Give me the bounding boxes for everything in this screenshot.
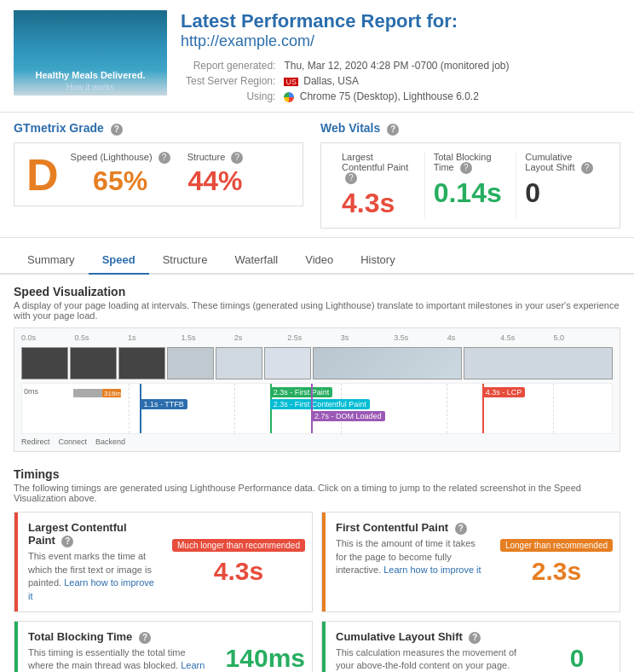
tbt-vital: Total Blocking Time ? 0.14s	[425, 152, 517, 219]
timing-fcp-left: First Contentful Paint ? This is the amo…	[322, 513, 493, 611]
server-value: US Dallas, USA	[280, 74, 512, 88]
grade-card: D Speed (Lighthouse) ? 65% Structure ? 4…	[14, 142, 303, 206]
server-label: Test Server Region:	[182, 74, 279, 88]
tab-structure[interactable]: Structure	[149, 246, 222, 275]
speed-viz-desc: A display of your page loading at interv…	[14, 300, 620, 321]
ss-4	[216, 347, 262, 379]
lcp-value: 4.3s	[342, 188, 416, 219]
flag-icon: US	[284, 78, 298, 86]
timing-cls-value-box: 0	[534, 622, 620, 672]
lcp-help-icon[interactable]: ?	[345, 172, 357, 184]
vitals-card: Largest Contentful Paint ? 4.3s Total Bl…	[320, 142, 620, 229]
tbt-help-icon[interactable]: ?	[460, 162, 472, 174]
image-overlay-text: Healthy Meals Delivered.	[14, 70, 167, 80]
timing-lcp-desc: This event marks the time at which the f…	[28, 550, 155, 603]
tab-video[interactable]: Video	[291, 246, 347, 275]
header-section: Healthy Meals Delivered. How it works La…	[0, 0, 634, 113]
timing-tbt-value-box: 140ms	[219, 622, 312, 672]
waterfall-viz: 0.0s 0.5s 1s 1.5s 2s 2.5s 3s 3.5s 4s 4.5…	[14, 327, 620, 452]
timing-card-fcp[interactable]: First Contentful Paint ? This is the amo…	[321, 512, 620, 612]
site-screenshot: Healthy Meals Delivered. How it works	[14, 10, 167, 96]
timing-card-tbt[interactable]: Total Blocking Time ? This timing is ess…	[14, 621, 313, 672]
structure-help-icon[interactable]: ?	[231, 152, 243, 164]
tab-summary[interactable]: Summary	[14, 246, 89, 275]
lcp-learn-link[interactable]: Learn how to improve it	[28, 577, 154, 600]
timing-card-cls[interactable]: Cumulative Layout Shift ? This calculati…	[321, 621, 620, 672]
cls-help-icon[interactable]: ?	[581, 162, 593, 174]
ruler-1: 1s	[128, 333, 136, 342]
fcp-timing-help[interactable]: ?	[455, 523, 467, 535]
vitals-help-icon[interactable]: ?	[387, 124, 399, 136]
ruler-45: 4.5s	[500, 333, 515, 342]
backend-phase: Backend	[95, 437, 125, 446]
ruler-15: 1.5s	[181, 333, 195, 342]
grades-spacer	[303, 121, 320, 229]
image-sub-text: How it works	[14, 83, 167, 92]
ss-1	[70, 347, 117, 379]
timing-cls-desc: This calculation measures the movement o…	[336, 646, 524, 672]
backend-bar: 316ms	[102, 389, 121, 397]
web-vitals: Web Vitals ? Largest Contentful Paint ? …	[320, 121, 620, 229]
tbt-learn-link[interactable]: Learn how to improve it	[28, 660, 205, 672]
tab-speed[interactable]: Speed	[89, 246, 149, 275]
generated-value: Thu, Mar 12, 2020 4:28 PM -0700 (monitor…	[280, 59, 512, 72]
generated-label: Report generated:	[182, 59, 279, 72]
grade-scores: Speed (Lighthouse) ? 65% Structure ? 44%	[71, 152, 244, 197]
lcp-label: Largest Contentful Paint ?	[342, 152, 416, 184]
ss-6	[313, 347, 462, 379]
cls-timing-value: 0	[570, 644, 585, 672]
backend-label: 316ms	[104, 390, 124, 397]
redirect-label: 0ms	[24, 387, 38, 396]
tbt-label: Total Blocking Time ?	[434, 152, 508, 174]
structure-label: Structure ?	[187, 152, 244, 164]
timeline-bars-area: 0ms 316ms 1.1s - TTFB 2.3s - First Paint…	[21, 383, 613, 434]
timing-card-lcp[interactable]: Largest Contentful Paint ? This event ma…	[14, 512, 313, 612]
tbt-timing-value: 140ms	[226, 644, 305, 672]
tab-waterfall[interactable]: Waterfall	[221, 246, 291, 275]
ruler-0: 0.0s	[21, 333, 36, 342]
speed-score: Speed (Lighthouse) ? 65%	[71, 152, 170, 197]
tbt-timing-help[interactable]: ?	[139, 632, 151, 644]
timing-tbt-left: Total Blocking Time ? This timing is ess…	[14, 622, 219, 672]
tbt-value: 0.14s	[434, 177, 508, 209]
gtmetrix-title: GTmetrix Grade ?	[14, 121, 303, 136]
timings-desc: The following timings are generated usin…	[14, 483, 620, 503]
timing-tbt-desc: This timing is essentially the total tim…	[28, 646, 209, 672]
timing-lcp-title: Largest Contentful Paint ?	[28, 521, 155, 547]
fcp-badge: Longer than recommended	[500, 539, 613, 552]
lcp-timing-help[interactable]: ?	[61, 536, 73, 547]
ruler-5: 5.0	[554, 333, 565, 342]
structure-value: 44%	[187, 165, 244, 197]
meta-table: Report generated: Thu, Mar 12, 2020 4:28…	[181, 57, 515, 105]
lcp-timing-value: 4.3s	[214, 557, 263, 586]
cls-value: 0	[525, 177, 599, 209]
lcp-vital: Largest Contentful Paint ? 4.3s	[333, 152, 425, 219]
report-title: Latest Performance Report for:	[181, 10, 620, 32]
ss-0	[21, 347, 68, 379]
speed-viz-section: Speed Visualization A display of your pa…	[0, 275, 634, 467]
ruler-3: 3s	[341, 333, 349, 342]
header-info: Latest Performance Report for: http://ex…	[181, 10, 620, 105]
speed-viz-title: Speed Visualization	[14, 285, 620, 298]
timings-title: Timings	[14, 467, 620, 481]
report-url: http://example.com/	[181, 32, 620, 50]
timing-cls-title: Cumulative Layout Shift ?	[336, 630, 524, 644]
cls-timing-help[interactable]: ?	[469, 632, 481, 644]
speed-help-icon[interactable]: ?	[158, 152, 170, 164]
ttfb-label: 1.1s - TTFB	[140, 399, 187, 409]
dom-label: 2.7s - DOM Loaded	[311, 411, 385, 421]
ss-5	[264, 347, 311, 379]
connect-bar	[77, 389, 102, 397]
chrome-icon	[284, 92, 294, 102]
ruler-35: 3.5s	[394, 333, 408, 342]
cls-label: Cumulative Layout Shift ?	[525, 152, 599, 174]
ruler-05: 0.5s	[74, 333, 89, 342]
speed-label: Speed (Lighthouse) ?	[71, 152, 170, 164]
connect-phase: Connect	[59, 437, 88, 446]
fcp-learn-link[interactable]: Learn how to improve it	[383, 565, 481, 575]
cls-vital: Cumulative Layout Shift ? 0	[516, 152, 608, 219]
gtmetrix-help-icon[interactable]: ?	[111, 124, 123, 136]
tab-history[interactable]: History	[347, 246, 408, 275]
gtmetrix-grade: GTmetrix Grade ? D Speed (Lighthouse) ? …	[14, 121, 303, 229]
ss-3	[167, 347, 214, 379]
